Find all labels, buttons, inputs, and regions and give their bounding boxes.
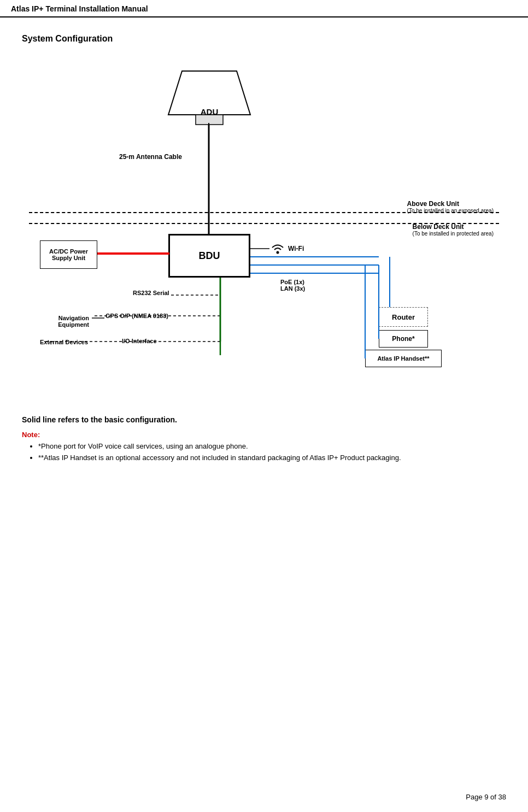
below-deck-title: Below Deck Unit — [413, 223, 494, 231]
below-deck-subtitle: (To be installed in protected area) — [413, 231, 494, 237]
note-title: Note: — [22, 431, 506, 439]
svg-point-2 — [277, 251, 279, 254]
external-devices-label: External Devices — [40, 339, 88, 345]
system-diagram: ADU 25-m Antenna Cable Above Deck Unit (… — [29, 60, 499, 399]
poe-lan-label: PoE (1x)LAN (3x) — [280, 279, 305, 292]
power-cable — [97, 252, 169, 255]
antenna-cable-line — [208, 123, 209, 216]
wifi-label: Wi-Fi — [288, 245, 304, 252]
adu-shape-svg — [166, 66, 253, 131]
phone-box: Phone* — [379, 330, 428, 348]
handset-box: Atlas IP Handset** — [365, 350, 442, 367]
rs232-label: RS232 Serial — [133, 290, 169, 296]
adu-unit: ADU — [166, 66, 253, 133]
bdu-label: BDU — [199, 250, 220, 262]
poe-lan-text: PoE (1x)LAN (3x) — [280, 279, 305, 292]
bullet-item-2: **Atlas IP Handset is an optional access… — [38, 454, 506, 462]
bullet-item-2-text: **Atlas IP Handset is an optional access… — [38, 454, 401, 462]
acdc-unit: AC/DC PowerSupply Unit — [40, 240, 97, 269]
page-header: Atlas IP+ Terminal Installation Manual — [0, 0, 528, 17]
io-label: I/O Interface — [122, 338, 157, 344]
page-footer: Page 9 of 38 — [466, 793, 506, 801]
gps-label: GPS O/P (NMEA 0183) — [105, 313, 168, 319]
router-label: Router — [392, 313, 415, 321]
solid-line-note: Solid line refers to the basic configura… — [22, 415, 506, 424]
nav-equipment-label: NavigationEquipment — [40, 315, 89, 328]
below-deck-label: Below Deck Unit (To be installed in prot… — [413, 223, 494, 237]
page-info: Page 9 of 38 — [466, 793, 506, 801]
wifi-symbol: Wi-Fi — [269, 240, 304, 257]
notes-section: Solid line refers to the basic configura… — [22, 415, 506, 462]
acdc-label: AC/DC PowerSupply Unit — [49, 248, 88, 261]
above-deck-label: Above Deck Unit (To be installed in an e… — [407, 200, 494, 214]
above-deck-subtitle: (To be installed in an exposed area) — [407, 208, 494, 214]
bullet-list: *Phone port for VoIP voice call services… — [38, 442, 506, 462]
above-deck-title: Above Deck Unit — [407, 200, 494, 208]
antenna-cable-label: 25-m Antenna Cable — [119, 153, 182, 161]
phone-label: Phone* — [392, 335, 414, 343]
router-box: Router — [379, 307, 428, 327]
section-title: System Configuration — [22, 34, 506, 44]
handset-label: Atlas IP Handset** — [377, 355, 429, 362]
wifi-icon — [269, 240, 286, 257]
adu-label: ADU — [201, 107, 219, 116]
header-title: Atlas IP+ Terminal Installation Manual — [11, 4, 148, 13]
bullet-item-1: *Phone port for VoIP voice call services… — [38, 442, 506, 450]
main-content: System Configuration ADU 25-m Antenna Ca… — [0, 17, 528, 476]
bdu-unit: BDU — [168, 234, 250, 278]
